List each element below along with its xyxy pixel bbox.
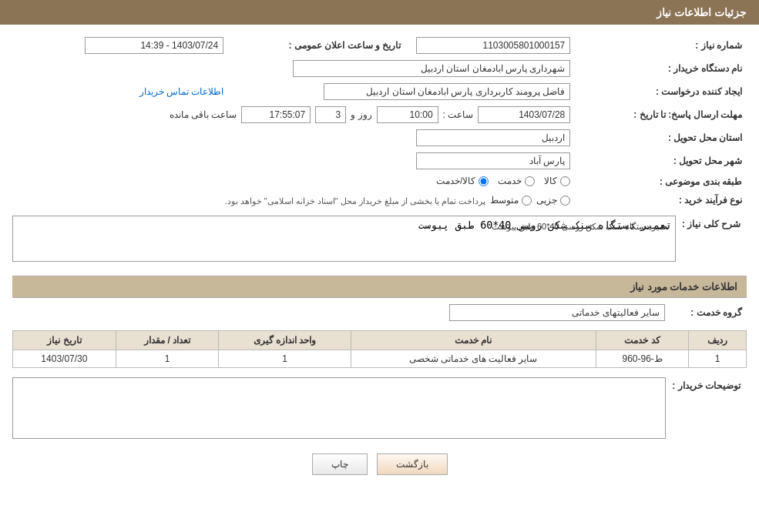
delivery-city-input: پارس آباد [416, 152, 570, 169]
buyer-notes-wrapper [12, 377, 666, 441]
subject-radio-kala[interactable] [560, 176, 570, 186]
subject-radio-khedmat[interactable] [525, 176, 535, 186]
services-section-header: اطلاعات خدمات مورد نیاز [12, 276, 747, 298]
service-group-table: گروه خدمت : سایر فعالیتهای خدماتی [12, 301, 747, 324]
subject-option-khedmat: خدمت [498, 176, 535, 186]
requester-input: فاضل پرومند کاربرداری پارس ابادمغان استا… [324, 83, 570, 100]
purchase-radio-jozee[interactable] [560, 196, 570, 206]
requester-label: ایجاد کننده درخواست : [575, 80, 747, 103]
announce-date-value: 1403/07/24 - 14:39 [12, 34, 228, 57]
info-table: شماره نیاز : 1103005801000157 تاریخ و سا… [12, 34, 747, 209]
col-date: تاریخ نیاز [13, 330, 116, 350]
buyer-notes-row: توضیحات خریدار : [12, 377, 747, 441]
print-button[interactable]: چاپ [312, 453, 368, 475]
buyer-notes-textarea[interactable] [12, 377, 666, 439]
response-time-input: 10:00 [377, 106, 438, 123]
table-row: 1 ط-96-960 سایر فعالیت های خدماتی شخصی 1… [13, 350, 747, 367]
purchase-type-row: جزیی متوسط پرداخت تمام یا بخشی از مبلغ خ… [12, 192, 575, 209]
response-days-input: 3 [315, 106, 346, 123]
delivery-city-value: پارس آباد [12, 149, 575, 172]
delivery-province-value: اردبیل [12, 126, 575, 149]
subject-label-kala: کالا [544, 176, 557, 186]
response-deadline-row: 1403/07/28 ساعت : 10:00 روز و 3 17:55:07… [12, 103, 575, 126]
delivery-province-input: اردبیل [416, 129, 570, 146]
announce-date-label: تاریخ و ساعت اعلان عمومی : [228, 34, 405, 57]
purchase-option-mutavassit: متوسط [490, 195, 532, 206]
buyer-org-label: نام دستگاه خریدار : [575, 57, 747, 80]
col-unit: واحد اندازه گیری [219, 330, 351, 350]
announce-date-input: 1403/07/24 - 14:39 [85, 37, 223, 54]
purchase-note: پرداخت تمام یا بخشی از مبلغ خریداز محل "… [225, 196, 486, 206]
delivery-city-label: شهر محل تحویل : [575, 149, 747, 172]
cell-quantity: 1 [116, 350, 219, 367]
cell-row-num: 1 [689, 350, 747, 367]
subject-option-kala-khedmat: کالا/خدمت [436, 176, 489, 186]
need-number-label: شماره نیاز : [575, 34, 747, 57]
purchase-label-mutavassit: متوسط [490, 195, 519, 206]
subject-label: طبقه بندی موضوعی : [575, 172, 747, 192]
description-textarea[interactable] [12, 216, 676, 262]
response-time-label: ساعت : [443, 109, 474, 120]
page-title: جزئیات اطلاعات نیاز [657, 6, 747, 18]
subject-radio-kala-khedmat[interactable] [479, 176, 489, 186]
button-group: بازگشت چاپ [12, 453, 747, 475]
subject-option-kala: کالا [544, 176, 570, 186]
need-number-input: 1103005801000157 [416, 37, 570, 54]
cell-service-code: ط-96-960 [596, 350, 688, 367]
page-wrapper: جزئیات اطلاعات نیاز شماره نیاز : 1103005… [0, 0, 759, 532]
buyer-notes-label: توضیحات خریدار : [672, 377, 747, 391]
buyer-org-value: شهرداری پارس ابادمغان استان اردبیل [12, 57, 575, 80]
subject-row: کالا خدمت کالا/خدمت [12, 172, 575, 192]
back-button[interactable]: بازگشت [377, 453, 448, 475]
services-table: ردیف کد خدمت نام خدمت واحد اندازه گیری ت… [12, 330, 747, 368]
content-area: شماره نیاز : 1103005801000157 تاریخ و سا… [0, 25, 759, 494]
purchase-radio-mutavassit[interactable] [522, 196, 532, 206]
remaining-time-label: ساعت باقی مانده [170, 109, 237, 120]
cell-date: 1403/07/30 [13, 350, 116, 367]
service-group-input: سایر فعالیتهای خدماتی [449, 304, 665, 321]
purchase-option-jozee: جزیی [536, 195, 570, 206]
description-label: شرح کلی نیاز : [682, 216, 747, 229]
contact-link[interactable]: اطلاعات تماس خریدار [139, 86, 224, 97]
requester-value: فاضل پرومند کاربرداری پارس ابادمغان استا… [228, 80, 575, 103]
purchase-label-jozee: جزیی [536, 195, 557, 206]
response-deadline-label: مهلت ارسال پاسخ: تا تاریخ : [575, 103, 747, 126]
col-service-name: نام خدمت [351, 330, 596, 350]
description-row: شرح کلی نیاز : تعمیر دستگاه سنک شکن روسی… [12, 216, 747, 269]
service-group-label: گروه خدمت : [670, 301, 747, 324]
col-row-num: ردیف [689, 330, 747, 350]
col-service-code: کد خدمت [596, 330, 688, 350]
col-quantity: تعداد / مقدار [116, 330, 219, 350]
purchase-type-label: نوع فرآیند خرید : [575, 192, 747, 209]
need-number-value: 1103005801000157 [405, 34, 575, 57]
description-wrapper: تعمیر دستگاه سنک شکن روسی 40*60 طبق پیوس… [12, 216, 676, 269]
response-date-input: 1403/07/28 [478, 106, 570, 123]
subject-label-khedmat: خدمت [498, 176, 522, 186]
remaining-time-input: 17:55:07 [241, 106, 311, 123]
cell-service-name: سایر فعالیت های خدماتی شخصی [351, 350, 596, 367]
cell-unit: 1 [219, 350, 351, 367]
buyer-org-input: شهرداری پارس ابادمغان استان اردبیل [293, 60, 570, 77]
service-group-value: سایر فعالیتهای خدماتی [12, 301, 670, 324]
subject-label-kala-khedmat: کالا/خدمت [436, 176, 475, 186]
delivery-province-label: استان محل تحویل : [575, 126, 747, 149]
page-header: جزئیات اطلاعات نیاز [0, 0, 759, 25]
response-days-label: روز و [351, 109, 371, 120]
